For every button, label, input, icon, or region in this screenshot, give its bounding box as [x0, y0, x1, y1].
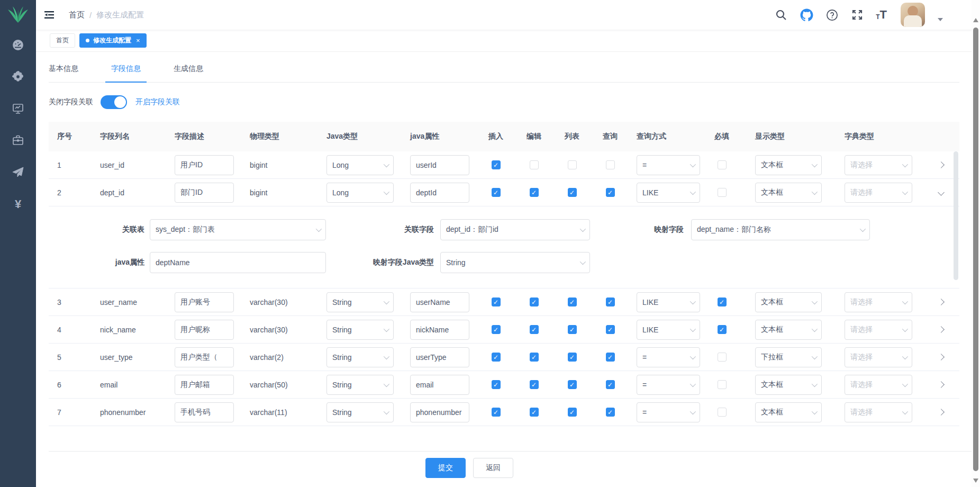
- chevron-right-icon[interactable]: [938, 326, 945, 333]
- sidebar-item-dashboard[interactable]: [0, 34, 36, 57]
- query-mode-select[interactable]: =: [637, 375, 700, 395]
- logo-icon[interactable]: [6, 4, 30, 25]
- toggle-on-label[interactable]: 开启字段关联: [135, 97, 180, 107]
- assoc-field-select[interactable]: dept_id：部门id: [440, 219, 590, 240]
- query-checkbox[interactable]: [606, 353, 615, 362]
- java-type-select[interactable]: String: [326, 320, 394, 340]
- description-input[interactable]: [175, 155, 234, 175]
- java-attr-input[interactable]: [150, 252, 326, 273]
- avatar[interactable]: [901, 3, 925, 27]
- tab-basic-info[interactable]: 基本信息: [49, 64, 78, 82]
- insert-checkbox[interactable]: [492, 297, 501, 306]
- query-checkbox[interactable]: [606, 380, 615, 389]
- display-type-select[interactable]: 下拉框: [755, 347, 822, 367]
- sidebar-item-monitor[interactable]: [0, 97, 36, 121]
- sidebar-item-tool[interactable]: [0, 129, 36, 152]
- query-mode-select[interactable]: =: [637, 155, 700, 175]
- display-type-select[interactable]: 文本框: [755, 375, 822, 395]
- help-icon[interactable]: [825, 8, 839, 22]
- list-checkbox[interactable]: [568, 380, 577, 389]
- dict-type-select[interactable]: 请选择: [845, 292, 912, 312]
- submit-button[interactable]: 提交: [425, 458, 466, 478]
- list-checkbox[interactable]: [568, 297, 577, 306]
- list-checkbox[interactable]: [568, 160, 577, 169]
- dict-type-select[interactable]: 请选择: [845, 155, 912, 175]
- sidebar-item-pay[interactable]: ¥: [0, 193, 36, 216]
- chevron-right-icon[interactable]: [938, 299, 945, 305]
- java-attr-input[interactable]: [410, 402, 469, 422]
- insert-checkbox[interactable]: [492, 188, 501, 197]
- chevron-right-icon[interactable]: [938, 161, 945, 168]
- java-attr-input[interactable]: [410, 375, 469, 395]
- chevron-right-icon[interactable]: [938, 354, 945, 360]
- java-attr-input[interactable]: [410, 292, 469, 312]
- tag-active-gen-config[interactable]: 修改生成配置 ×: [79, 33, 147, 48]
- java-type-select[interactable]: Long: [326, 155, 394, 175]
- description-input[interactable]: [175, 292, 234, 312]
- github-icon[interactable]: [800, 8, 813, 22]
- scrollbar-thumb[interactable]: [973, 28, 978, 471]
- edit-checkbox[interactable]: [530, 408, 539, 417]
- edit-checkbox[interactable]: [530, 160, 539, 169]
- list-checkbox[interactable]: [568, 325, 577, 334]
- java-type-select[interactable]: String: [326, 292, 394, 312]
- association-switch[interactable]: [101, 95, 127, 109]
- display-type-select[interactable]: 文本框: [755, 292, 822, 312]
- query-mode-select[interactable]: LIKE: [637, 292, 700, 312]
- tag-home[interactable]: 首页: [50, 33, 75, 48]
- chevron-right-icon[interactable]: [938, 381, 945, 388]
- required-checkbox[interactable]: [718, 408, 727, 417]
- edit-checkbox[interactable]: [530, 353, 539, 362]
- sidebar-collapse-icon[interactable]: [43, 9, 55, 21]
- caret-down-icon[interactable]: [938, 18, 943, 21]
- edit-checkbox[interactable]: [530, 297, 539, 306]
- query-mode-select[interactable]: =: [637, 347, 700, 367]
- required-checkbox[interactable]: [718, 297, 727, 306]
- breadcrumb-home[interactable]: 首页: [69, 10, 85, 20]
- chevron-down-icon[interactable]: [938, 189, 945, 196]
- display-type-select[interactable]: 文本框: [755, 183, 822, 203]
- description-input[interactable]: [175, 183, 234, 203]
- assoc-table-select[interactable]: sys_dept：部门表: [150, 219, 326, 240]
- search-icon[interactable]: [774, 8, 788, 22]
- query-mode-select[interactable]: LIKE: [637, 320, 700, 340]
- tab-field-info[interactable]: 字段信息: [111, 64, 141, 82]
- query-mode-select[interactable]: =: [637, 402, 700, 422]
- tag-close-icon[interactable]: ×: [136, 37, 140, 44]
- query-checkbox[interactable]: [606, 408, 615, 417]
- insert-checkbox[interactable]: [492, 353, 501, 362]
- insert-checkbox[interactable]: [492, 160, 501, 169]
- edit-checkbox[interactable]: [530, 325, 539, 334]
- java-attr-input[interactable]: [410, 183, 469, 203]
- map-java-type-select[interactable]: String: [440, 252, 590, 273]
- java-attr-input[interactable]: [410, 347, 469, 367]
- display-type-select[interactable]: 文本框: [755, 320, 822, 340]
- display-type-select[interactable]: 文本框: [755, 155, 822, 175]
- display-type-select[interactable]: 文本框: [755, 402, 822, 422]
- list-checkbox[interactable]: [568, 408, 577, 417]
- page-scrollbar[interactable]: [972, 0, 980, 487]
- required-checkbox[interactable]: [718, 188, 727, 197]
- query-checkbox[interactable]: [606, 188, 615, 197]
- list-checkbox[interactable]: [568, 188, 577, 197]
- dict-type-select[interactable]: 请选择: [845, 375, 912, 395]
- java-attr-input[interactable]: [410, 320, 469, 340]
- query-checkbox[interactable]: [606, 160, 615, 169]
- java-type-select[interactable]: String: [326, 347, 394, 367]
- sidebar-item-publish[interactable]: [0, 161, 36, 184]
- dict-type-select[interactable]: 请选择: [845, 320, 912, 340]
- edit-checkbox[interactable]: [530, 380, 539, 389]
- description-input[interactable]: [175, 320, 234, 340]
- required-checkbox[interactable]: [718, 380, 727, 389]
- query-mode-select[interactable]: LIKE: [637, 183, 700, 203]
- insert-checkbox[interactable]: [492, 380, 501, 389]
- required-checkbox[interactable]: [718, 325, 727, 334]
- java-attr-input[interactable]: [410, 155, 469, 175]
- dict-type-select[interactable]: 请选择: [845, 347, 912, 367]
- insert-checkbox[interactable]: [492, 408, 501, 417]
- chevron-right-icon[interactable]: [938, 409, 945, 416]
- description-input[interactable]: [175, 375, 234, 395]
- required-checkbox[interactable]: [718, 353, 727, 362]
- java-type-select[interactable]: String: [326, 402, 394, 422]
- description-input[interactable]: [175, 402, 234, 422]
